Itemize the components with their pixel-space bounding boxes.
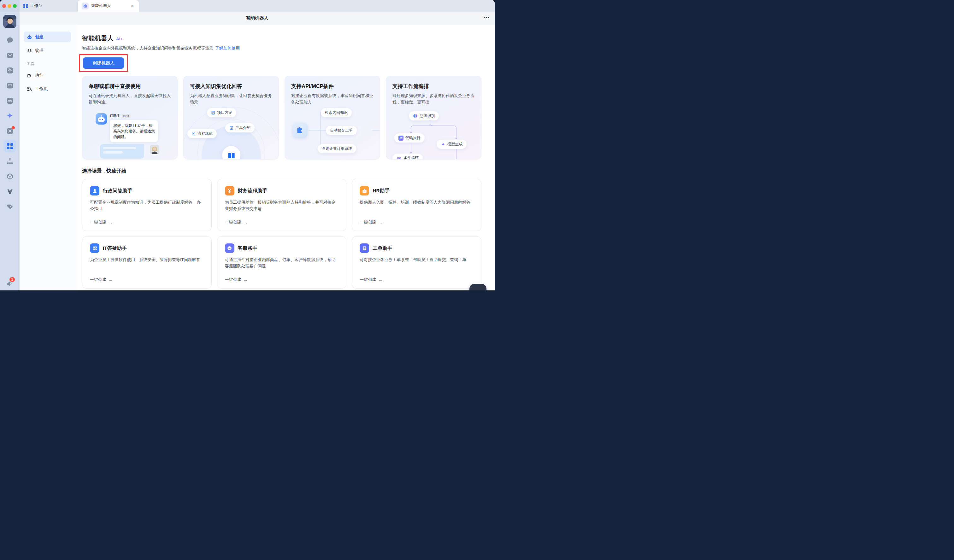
- nav-item-label: 插件: [35, 72, 44, 78]
- scenario-card-customer-service[interactable]: 客服帮手 可通过插件对接企业内部商品、订单、客户等数据系统，帮助客服团队处理客户…: [217, 236, 347, 288]
- dock-icon-list: [0, 32, 20, 210]
- plugin-chip: 自动提交工单: [326, 126, 357, 135]
- nav-section-label: 工具: [27, 61, 71, 67]
- workflow-node: 条件循环: [393, 154, 423, 160]
- main-content: 智能机器人 AI+ 智能连接企业内外数据和系统，支持企业知识问答和复杂业务流程等…: [78, 25, 495, 291]
- notification-dot: [12, 126, 15, 129]
- minimize-window-button[interactable]: [8, 4, 11, 8]
- annotation-highlight-box: 创建机器人: [79, 54, 128, 72]
- scenario-desc: 可对接企业各业务工单系统，帮助员工自助提交、查询工单: [360, 257, 474, 277]
- feature-cards: 单聊或群聊中直接使用 可在通讯录找到机器人，直接发起聊天或拉入群聊沟通。 IT助…: [82, 76, 482, 160]
- scenario-title: HR助手: [373, 188, 389, 194]
- knowledge-chip: 流程规范: [187, 129, 217, 138]
- arrow-right-icon: →: [243, 277, 248, 282]
- bot-badge: BOT: [122, 114, 131, 118]
- one-click-create-link[interactable]: 一键创建→: [90, 219, 204, 225]
- briefcase-icon: [360, 186, 369, 196]
- scenario-card-hr[interactable]: HR助手 提供新人入职、招聘、培训、绩效制度等人力资源问题的解答 一键创建→: [352, 179, 482, 231]
- puzzle-icon: [292, 123, 307, 138]
- scenario-cards: 行政问答助手 可配置企业规章制度作为知识，为员工提供行政制度解答、办公指引 一键…: [82, 179, 482, 288]
- knowledge-chip: 产品介绍: [225, 123, 254, 132]
- one-click-create-link[interactable]: 一键创建→: [360, 219, 474, 225]
- calendar-icon[interactable]: [6, 82, 14, 89]
- knowledge-chip: 项目方案: [207, 108, 236, 117]
- feature-desc: 可在通讯录找到机器人，直接发起聊天或拉入群聊沟通。: [89, 93, 171, 105]
- tab-label: 智能机器人: [91, 3, 127, 8]
- mail-icon[interactable]: [6, 51, 14, 59]
- user-message-bubble: [100, 144, 144, 159]
- chat-mockup: IT助手 BOT 您好，我是 IT 助手，很高兴为您服务。请描述您的问题。: [89, 113, 173, 160]
- one-click-create-link[interactable]: 一键创建→: [90, 277, 204, 283]
- ai-plus-badge: AI+: [116, 37, 123, 41]
- v-app-icon[interactable]: [6, 188, 14, 195]
- scenario-title: 行政问答助手: [103, 188, 132, 194]
- zoom-window-button[interactable]: [13, 4, 17, 8]
- cube-icon[interactable]: [6, 173, 14, 180]
- side-nav: 创建 管理 工具 插件 工作流: [20, 25, 78, 291]
- arrow-right-icon: →: [243, 220, 248, 225]
- scenario-desc: 提供新人入职、招聘、培训、绩效制度等人力资源问题的解答: [360, 199, 474, 219]
- nav-item-label: 创建: [35, 34, 44, 40]
- scenario-desc: 为企业员工提供软件使用、系统安全、故障排查等IT问题解答: [90, 257, 204, 277]
- workflow-node: </> 代码执行: [394, 133, 425, 143]
- send-icon[interactable]: [6, 67, 14, 74]
- workbench-icon-active[interactable]: [3, 140, 16, 152]
- scenario-title: IT答疑助手: [103, 245, 127, 252]
- arrow-right-icon: →: [378, 277, 382, 282]
- window-controls: [0, 0, 20, 12]
- tab-bar: 工作台 智能机器人 ×: [0, 0, 495, 12]
- messages-icon[interactable]: [6, 36, 14, 44]
- feature-desc: 为机器人配置业务知识集，让回答更契合业务场景: [190, 93, 272, 105]
- create-robot-button[interactable]: 创建机器人: [83, 58, 124, 69]
- one-click-create-link[interactable]: 一键创建→: [225, 219, 339, 225]
- scenario-title: 客服帮手: [238, 245, 257, 252]
- nav-item-plugins[interactable]: 插件: [23, 70, 71, 80]
- yuan-icon: [225, 186, 234, 196]
- one-click-create-link[interactable]: 一键创建→: [225, 277, 339, 283]
- arrow-right-icon: →: [378, 220, 382, 225]
- feature-card-workflow: 支持工作流编排 能处理多知识来源、多系统协作的复杂业务流程，更稳定、更可控 意图…: [386, 76, 482, 160]
- close-tab-icon[interactable]: ×: [129, 3, 135, 9]
- feature-title: 支持工作流编排: [393, 83, 475, 90]
- robot-icon: [82, 3, 89, 9]
- nav-item-workflow[interactable]: 工作流: [23, 84, 71, 94]
- admin-person-icon: [90, 186, 99, 196]
- knowledge-illustration: 项目方案 产品介绍 流程规范: [184, 105, 279, 159]
- app-dock: 1: [0, 12, 20, 291]
- feature-desc: 对接企业自有数据或系统，丰富知识问答和业务处理能力: [291, 93, 374, 105]
- placeholder-line: [103, 151, 123, 154]
- workbench-grid-icon: [7, 143, 13, 149]
- okr-icon[interactable]: [6, 97, 14, 104]
- announcement-icon[interactable]: 1: [6, 280, 14, 287]
- one-click-create-link[interactable]: 一键创建→: [360, 277, 474, 283]
- scenario-card-ticket[interactable]: 工单助手 可对接企业各业务工单系统，帮助员工自助提交、查询工单 一键创建→: [352, 236, 482, 288]
- nav-item-create[interactable]: 创建: [23, 31, 71, 42]
- floating-assistant-button[interactable]: [469, 284, 486, 291]
- ai-sparkle-icon[interactable]: [6, 112, 14, 120]
- scenario-card-it[interactable]: IT答疑助手 为企业员工提供软件使用、系统安全、故障排查等IT问题解答 一键创建…: [82, 236, 212, 288]
- server-icon: [90, 243, 99, 253]
- close-window-button[interactable]: [2, 4, 6, 8]
- feature-title: 支持API/MCP插件: [291, 83, 374, 90]
- user-avatar[interactable]: [3, 15, 16, 28]
- plugin-chip: 查询企业订单系统: [318, 144, 356, 153]
- tab-label: 工作台: [30, 3, 74, 8]
- help-link[interactable]: 了解如何使用: [215, 46, 240, 50]
- scenario-card-finance[interactable]: 财务流程助手 为员工提供差旅、报销等财务方面的支持和解答，并可对接企业财务系统提…: [217, 179, 347, 231]
- org-chart-icon[interactable]: [6, 157, 14, 165]
- unread-badge: 1: [9, 277, 15, 282]
- tab-workbench[interactable]: 工作台: [20, 0, 78, 12]
- bot-avatar-icon: [95, 113, 107, 124]
- video-meeting-icon[interactable]: [6, 127, 14, 135]
- nav-item-label: 管理: [35, 48, 44, 54]
- feature-title: 单聊或群聊中直接使用: [89, 83, 171, 90]
- section-title: 选择场景，快速开始: [82, 168, 482, 174]
- scenario-card-admin[interactable]: 行政问答助手 可配置企业规章制度作为知识，为员工提供行政制度解答、办公指引 一键…: [82, 179, 212, 231]
- bot-message-bubble: 您好，我是 IT 助手，很高兴为您服务。请描述您的问题。: [110, 120, 158, 142]
- tab-smart-robot[interactable]: 智能机器人 ×: [78, 0, 139, 12]
- more-menu-icon[interactable]: ⋯: [484, 14, 489, 21]
- scenario-title: 财务流程助手: [238, 188, 267, 194]
- tag-icon[interactable]: [6, 203, 14, 210]
- feature-desc: 能处理多知识来源、多系统协作的复杂业务流程，更稳定、更可控: [393, 93, 475, 105]
- nav-item-manage[interactable]: 管理: [23, 45, 71, 56]
